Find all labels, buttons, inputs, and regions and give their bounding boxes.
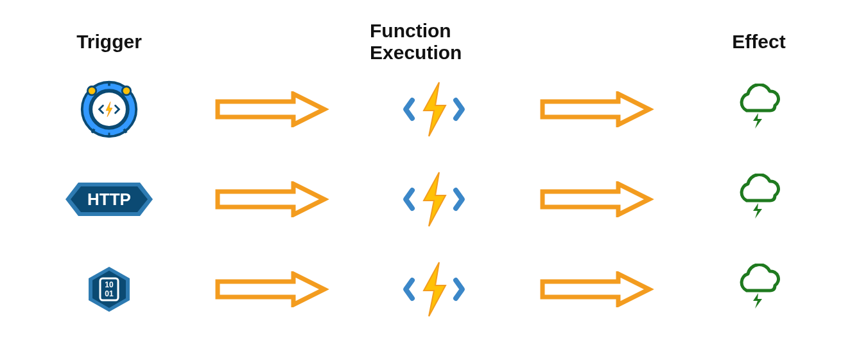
timer-trigger-icon bbox=[78, 78, 140, 140]
cloud-bolt-icon bbox=[730, 84, 788, 135]
diagram-grid: Trigger Function Execution Effect HTTP bbox=[45, 19, 823, 334]
header-effect: Effect bbox=[732, 31, 785, 53]
function-bolt-icon bbox=[402, 77, 466, 141]
cloud-bolt-icon bbox=[730, 264, 788, 315]
arrow-right-icon bbox=[214, 271, 329, 307]
header-trigger: Trigger bbox=[76, 31, 142, 53]
function-bolt-icon bbox=[402, 167, 466, 231]
http-trigger-label: HTTP bbox=[87, 190, 131, 209]
event-hub-trigger-icon bbox=[83, 263, 135, 316]
header-function-execution: Function Execution bbox=[370, 20, 498, 64]
http-trigger-icon: HTTP bbox=[64, 176, 154, 222]
function-bolt-icon bbox=[402, 257, 466, 321]
arrow-right-icon bbox=[539, 181, 654, 217]
cloud-bolt-icon bbox=[730, 174, 788, 225]
arrow-right-icon bbox=[539, 91, 654, 127]
arrow-right-icon bbox=[539, 271, 654, 307]
arrow-right-icon bbox=[214, 91, 329, 127]
arrow-right-icon bbox=[214, 181, 329, 217]
